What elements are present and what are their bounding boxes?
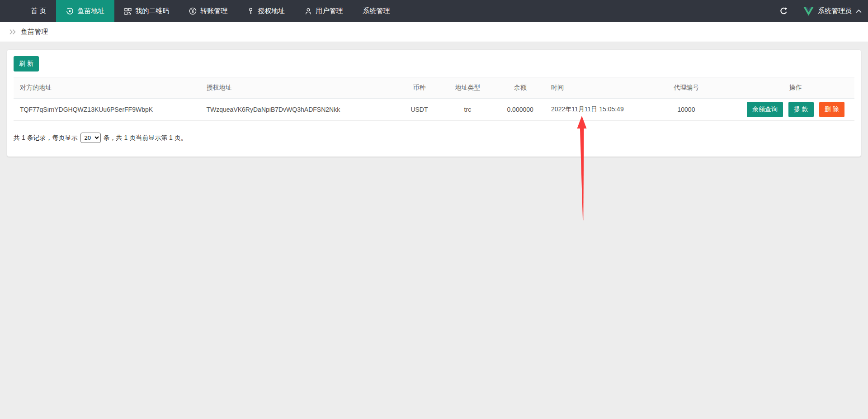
user-icon — [305, 8, 312, 15]
balance-query-button[interactable]: 余额查询 — [747, 102, 783, 117]
cell-time: 2022年11月11日 15:05:49 — [547, 99, 636, 121]
history-icon — [66, 7, 74, 15]
cell-auth-address: TWzqueaVK6RyDaNpiB7DvWQ3hADFSN2Nkk — [203, 99, 396, 121]
col-header-balance: 余额 — [493, 77, 547, 99]
username: 系统管理员 — [818, 7, 852, 15]
col-header-agent-no: 代理编号 — [636, 77, 736, 99]
col-header-actions: 操作 — [737, 77, 854, 99]
pagination: 共 1 条记录，每页显示 20 条，共 1 页当前显示第 1 页。 — [14, 133, 854, 143]
nav-item-transfer-management[interactable]: 转账管理 — [179, 0, 237, 22]
pagination-suffix: 条，共 1 页当前显示第 1 页。 — [104, 134, 187, 142]
content-card: 刷 新 对方的地址 授权地址 币种 地址类型 余额 时间 代理编号 操作 — [7, 50, 861, 157]
address-table: 对方的地址 授权地址 币种 地址类型 余额 时间 代理编号 操作 TQF77qS… — [14, 77, 854, 121]
col-header-currency: 币种 — [396, 77, 442, 99]
col-header-time: 时间 — [547, 77, 636, 99]
chevron-up-icon — [856, 10, 862, 13]
navbar-right: 系统管理员 — [779, 0, 868, 22]
refresh-button[interactable]: 刷 新 — [14, 56, 39, 71]
page-title: 鱼苗管理 — [21, 28, 48, 36]
refresh-icon[interactable] — [779, 7, 788, 15]
cell-address-type: trc — [443, 99, 493, 121]
col-header-auth-address: 授权地址 — [203, 77, 396, 99]
top-navbar: 首 页 鱼苗地址 我的二维码 — [0, 0, 868, 22]
nav-item-label: 鱼苗地址 — [77, 7, 104, 15]
qrcode-icon — [124, 8, 132, 15]
cell-agent-no: 10000 — [636, 99, 736, 121]
yen-circle-icon — [189, 7, 197, 15]
table-header-row: 对方的地址 授权地址 币种 地址类型 余额 时间 代理编号 操作 — [14, 77, 854, 99]
withdraw-button[interactable]: 提 款 — [788, 102, 814, 117]
nav-item-system-management[interactable]: 系统管理 — [353, 0, 400, 22]
double-chevron-icon — [9, 29, 16, 35]
nav-item-label: 用户管理 — [316, 7, 343, 15]
delete-button[interactable]: 删 除 — [819, 102, 844, 117]
nav-item-label: 首 页 — [31, 7, 46, 15]
breadcrumb: 鱼苗管理 — [0, 22, 868, 42]
nav-item-label: 授权地址 — [258, 7, 285, 15]
user-menu[interactable]: 系统管理员 — [803, 7, 862, 16]
nav-item-label: 系统管理 — [363, 7, 390, 15]
page-size-select[interactable]: 20 — [80, 133, 101, 143]
col-header-address-type: 地址类型 — [443, 77, 493, 99]
nav-item-label: 转账管理 — [200, 7, 227, 15]
table-row: TQF77qSirnYDGHQWZ13KUu6PSerFF9WbpK TWzqu… — [14, 99, 854, 121]
cell-balance: 0.000000 — [493, 99, 547, 121]
cell-peer-address: TQF77qSirnYDGHQWZ13KUu6PSerFF9WbpK — [14, 99, 203, 121]
nav-item-home[interactable]: 首 页 — [21, 0, 56, 22]
nav-item-user-management[interactable]: 用户管理 — [295, 0, 353, 22]
nav-item-fish-addresses[interactable]: 鱼苗地址 — [56, 0, 114, 22]
nav-item-label: 我的二维码 — [135, 7, 169, 15]
cell-currency: USDT — [396, 99, 442, 121]
pagination-prefix: 共 1 条记录，每页显示 — [14, 134, 78, 142]
main-content: 刷 新 对方的地址 授权地址 币种 地址类型 余额 时间 代理编号 操作 — [0, 42, 868, 164]
key-icon — [247, 8, 254, 14]
nav-item-my-qrcode[interactable]: 我的二维码 — [114, 0, 179, 22]
cell-actions: 余额查询 提 款 删 除 — [737, 99, 854, 121]
vue-logo-icon — [803, 7, 814, 16]
col-header-peer-address: 对方的地址 — [14, 77, 203, 99]
nav-item-authorized-addresses[interactable]: 授权地址 — [237, 0, 295, 22]
